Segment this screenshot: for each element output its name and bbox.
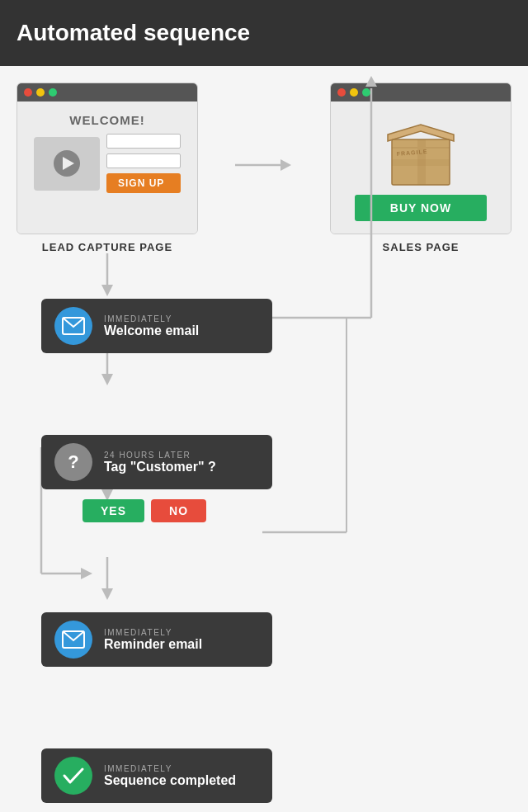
lead-page-label: LEAD CAPTURE PAGE [42,241,172,253]
lead-form-row: SIGN UP [27,134,187,193]
welcome-email-timing: IMMEDIATELY [104,314,199,323]
spacer-3 [16,703,512,748]
tag-customer-card[interactable]: ? 24 HOURS LATER Tag "Customer" ? [41,435,272,489]
arrow-right-container [231,83,297,248]
play-triangle [63,157,74,170]
welcome-email-row: IMMEDIATELY Welcome email [16,299,512,389]
spacer-1 [16,389,512,435]
dot-green-2 [362,88,370,97]
welcome-email-text: IMMEDIATELY Welcome email [104,314,199,338]
dot-red [24,88,32,97]
play-icon [54,150,80,177]
yes-no-buttons: YES NO [82,499,206,522]
form-input-2 [106,153,181,168]
dot-yellow-2 [350,88,358,97]
video-placeholder [34,137,100,191]
lead-capture-page: WELCOME! SIGN UP [16,83,198,253]
welcome-email-label: Welcome email [104,323,199,338]
sales-page: FRAGILE BUY NOW SALES PAGE [330,83,512,253]
sequence-completed-label: Sequence completed [104,773,236,788]
page-card-titlebar [17,83,197,102]
check-icon [62,766,85,786]
sales-page-label: SALES PAGE [383,241,460,253]
reminder-email-text: IMMEDIATELY Reminder email [104,628,202,652]
email-icon-1 [62,317,85,335]
dot-yellow [36,88,45,97]
sales-page-body: FRAGILE BUY NOW [331,102,511,234]
header: Automated sequence [0,0,528,66]
flow-steps: IMMEDIATELY Welcome email ? 24 HOURS LAT… [16,253,512,812]
svg-marker-1 [280,159,291,171]
question-icon-circle: ? [54,443,92,481]
reminder-email-timing: IMMEDIATELY [104,628,202,637]
sequence-completed-timing: IMMEDIATELY [104,764,236,773]
page-title: Automated sequence [16,20,250,46]
tag-customer-timing: 24 HOURS LATER [104,451,216,460]
lead-page-body: WELCOME! SIGN UP [17,102,197,234]
signup-button[interactable]: SIGN UP [106,173,181,193]
no-button[interactable]: NO [151,499,206,522]
welcome-text: WELCOME! [69,113,144,127]
sequence-completed-card[interactable]: IMMEDIATELY Sequence completed [41,748,272,803]
reminder-email-card[interactable]: IMMEDIATELY Reminder email [41,612,272,667]
form-input-1 [106,134,181,149]
reminder-email-label: Reminder email [104,637,202,652]
sequence-completed-row: IMMEDIATELY Sequence completed [16,748,512,812]
form-inputs: SIGN UP [106,134,181,193]
lead-page-card: WELCOME! SIGN UP [16,83,198,234]
svg-rect-5 [392,159,450,166]
email-icon-circle-1 [54,307,92,345]
spacer-2 [16,567,512,612]
buynow-button[interactable]: BUY NOW [355,195,487,221]
email-icon-circle-2 [54,621,92,659]
sales-page-titlebar [331,83,511,102]
question-mark-icon: ? [68,451,78,473]
sequence-completed-text: IMMEDIATELY Sequence completed [104,764,236,788]
sales-page-card: FRAGILE BUY NOW [330,83,512,234]
check-icon-circle [54,757,92,795]
yes-button[interactable]: YES [82,499,144,522]
reminder-email-row: IMMEDIATELY Reminder email [16,612,512,703]
tag-customer-row: ? 24 HOURS LATER Tag "Customer" ? YES NO [16,435,512,567]
svg-marker-2 [388,125,454,141]
email-icon-2 [62,630,85,649]
tag-customer-label: Tag "Customer" ? [104,460,216,474]
dot-red-2 [337,88,346,97]
arrow-right-icon [235,155,293,175]
dot-green [49,88,57,97]
box-image: FRAGILE [384,116,458,186]
welcome-email-card[interactable]: IMMEDIATELY Welcome email [41,299,272,353]
tag-customer-text: 24 HOURS LATER Tag "Customer" ? [104,451,216,474]
